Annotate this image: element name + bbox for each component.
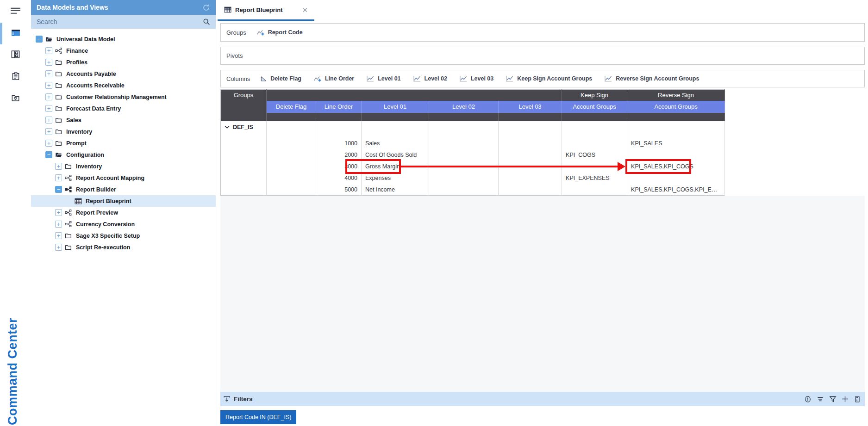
column-header-line-order[interactable]: Line Order — [316, 101, 362, 113]
tree-item-report-account-mapping[interactable]: +Report Account Mapping — [31, 172, 216, 184]
cell-keep-sign[interactable] — [562, 161, 627, 173]
expander-plus-icon[interactable]: + — [45, 128, 52, 135]
expander-plus-icon[interactable]: + — [55, 221, 62, 228]
tree-item-prompt[interactable]: +Prompt — [31, 137, 216, 149]
tree-item-universal-data-model[interactable]: −Universal Data Model — [31, 33, 216, 45]
field-chip-line-order[interactable]: Line Order — [313, 75, 354, 82]
cell-line-order[interactable]: 4000 — [316, 173, 362, 184]
cell-level02[interactable] — [429, 173, 499, 184]
band-header-keep-sign[interactable]: Keep Sign — [562, 90, 627, 101]
tree-item-report-builder[interactable]: −Report Builder — [31, 184, 216, 195]
tree-item-script-re-execution[interactable]: +Script Re-execution — [31, 241, 216, 253]
cell-level03[interactable] — [499, 184, 562, 196]
tree-item-report-blueprint[interactable]: Report Blueprint — [31, 195, 216, 207]
field-chip-level-02[interactable]: Level 02 — [413, 75, 447, 82]
cell-level01[interactable]: Gross Margin — [362, 161, 429, 173]
rail-button-folder-heart[interactable] — [0, 87, 31, 109]
tree-item-configuration[interactable]: −Configuration — [31, 149, 216, 161]
expander-plus-icon[interactable]: + — [45, 47, 52, 54]
cell-line-order[interactable]: 5000 — [316, 184, 362, 196]
cell-reverse-sign[interactable]: KPI_SALES,KPI_COGS,KPI_EXPENSES — [627, 184, 725, 196]
cell-groups[interactable] — [221, 161, 267, 173]
data-row-5000[interactable]: 5000Net IncomeKPI_SALES,KPI_COGS,KPI_EXP… — [221, 184, 725, 196]
cell-reverse-sign[interactable]: KPI_SALES — [627, 138, 725, 149]
tree-item-sales[interactable]: +Sales — [31, 114, 216, 126]
cell-level01[interactable]: Sales — [362, 138, 429, 149]
calculator-icon[interactable] — [854, 395, 861, 403]
cell-line-order[interactable]: 2000 — [316, 149, 362, 161]
header-groups[interactable]: Groups — [221, 90, 267, 121]
cell-reverse-sign[interactable]: KPI_SALES,KPI_COGS — [627, 161, 725, 173]
band-header-reverse-sign[interactable]: Reverse Sign — [627, 90, 725, 101]
cell-groups[interactable] — [221, 173, 267, 184]
column-header-level-01[interactable]: Level 01 — [362, 101, 429, 113]
cell-keep-sign[interactable] — [562, 138, 627, 149]
cell-line-order[interactable]: 1000 — [316, 138, 362, 149]
close-icon[interactable]: ✕ — [302, 6, 308, 13]
rail-button-clipboard[interactable] — [0, 65, 31, 87]
plus-icon[interactable] — [842, 395, 849, 402]
expander-plus-icon[interactable]: + — [55, 163, 62, 170]
cell-level03[interactable] — [499, 161, 562, 173]
cell-level01[interactable]: Expenses — [362, 173, 429, 184]
tree-item-customer-relationship-management[interactable]: +Customer Relationship Management — [31, 91, 216, 103]
field-chip-delete-flag[interactable]: Delete Flag — [260, 75, 301, 82]
chevron-down-icon[interactable] — [225, 125, 230, 129]
column-header-delete-flag[interactable]: Delete Flag — [267, 101, 316, 113]
cell-level01[interactable]: Net Income — [362, 184, 429, 196]
cell-keep-sign[interactable]: KPI_COGS — [562, 149, 627, 161]
expander-plus-icon[interactable]: + — [45, 140, 52, 147]
expander-minus-icon[interactable]: − — [55, 186, 62, 193]
cell-delete-flag[interactable] — [267, 161, 316, 173]
expander-minus-icon[interactable]: − — [36, 36, 43, 43]
field-chip-level-03[interactable]: Level 03 — [459, 75, 493, 82]
cell-level03[interactable] — [499, 149, 562, 161]
rail-button-layout[interactable] — [0, 43, 31, 65]
field-chip-report-code[interactable]: Report Code — [256, 29, 303, 36]
cell-level02[interactable] — [429, 184, 499, 196]
refresh-icon[interactable] — [202, 4, 210, 12]
expander-plus-icon[interactable]: + — [55, 232, 62, 239]
field-chip-reverse-sign-account-groups[interactable]: Reverse Sign Account Groups — [604, 75, 699, 82]
filter-chip-report-code-in-def-is[interactable]: Report Code IN (DEF_IS) — [220, 410, 296, 424]
cell-level01[interactable]: Cost Of Goods Sold — [362, 149, 429, 161]
tree-item-finance[interactable]: +Finance — [31, 45, 216, 56]
tree-item-inventory[interactable]: +Inventory — [31, 126, 216, 137]
expander-plus-icon[interactable]: + — [45, 117, 52, 123]
cell-groups[interactable] — [221, 138, 267, 149]
cell-reverse-sign[interactable] — [627, 173, 725, 184]
tree-item-inventory[interactable]: +Inventory — [31, 161, 216, 172]
column-header-level-02[interactable]: Level 02 — [429, 101, 499, 113]
tab-report-blueprint[interactable]: Report Blueprint ✕ — [218, 0, 314, 21]
field-chip-keep-sign-account-groups[interactable]: Keep Sign Account Groups — [506, 75, 592, 82]
expander-plus-icon[interactable]: + — [45, 105, 52, 112]
data-row-4000[interactable]: 4000ExpensesKPI_EXPENSES — [221, 173, 725, 184]
magnifier-icon[interactable] — [203, 18, 210, 25]
expander-plus-icon[interactable]: + — [45, 82, 52, 89]
tree-item-forecast-data-entry[interactable]: +Forecast Data Entry — [31, 103, 216, 114]
column-header-account-groups[interactable]: Account Groups — [562, 101, 627, 113]
cell-delete-flag[interactable] — [267, 173, 316, 184]
column-header-account-groups[interactable]: Account Groups — [627, 101, 725, 113]
info-circle-icon[interactable] — [804, 395, 812, 403]
cell-groups[interactable] — [221, 149, 267, 161]
list-icon[interactable] — [817, 395, 824, 403]
data-row-2000[interactable]: 2000Cost Of Goods SoldKPI_COGS — [221, 149, 725, 161]
cell-level03[interactable] — [499, 173, 562, 184]
tree-item-profiles[interactable]: +Profiles — [31, 56, 216, 68]
cell-keep-sign[interactable]: KPI_EXPENSES — [562, 173, 627, 184]
expander-plus-icon[interactable]: + — [45, 70, 52, 77]
cell-keep-sign[interactable] — [562, 184, 627, 196]
cell-groups[interactable] — [221, 184, 267, 196]
tree-item-accounts-payable[interactable]: +Accounts Payable — [31, 68, 216, 80]
field-chip-level-01[interactable]: Level 01 — [366, 75, 400, 82]
tree-item-accounts-receivable[interactable]: +Accounts Receivable — [31, 80, 216, 91]
cell-delete-flag[interactable] — [267, 138, 316, 149]
expander-plus-icon[interactable]: + — [55, 209, 62, 216]
rail-button-data-panel[interactable] — [0, 22, 31, 43]
cell-level02[interactable] — [429, 161, 499, 173]
cell-line-order[interactable]: 3000 — [316, 161, 362, 173]
cell-level03[interactable] — [499, 138, 562, 149]
expander-plus-icon[interactable]: + — [55, 174, 62, 181]
data-row-1000[interactable]: 1000SalesKPI_SALES — [221, 138, 725, 149]
